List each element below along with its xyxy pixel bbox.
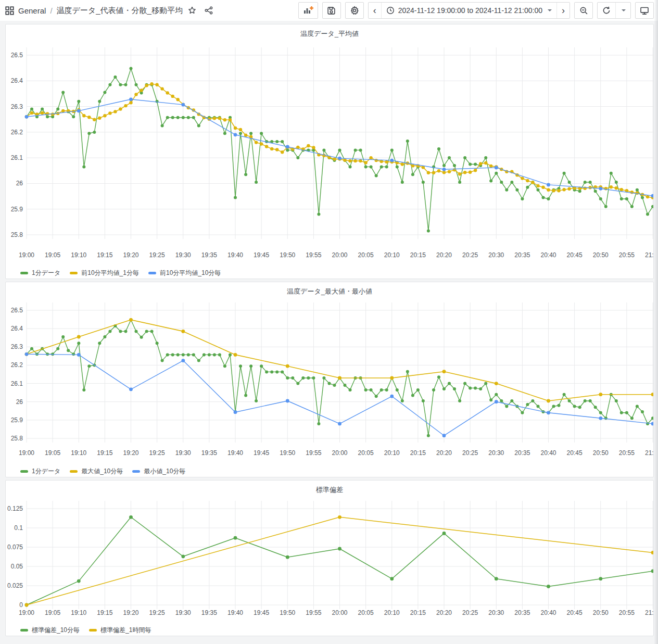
data-point[interactable]: [578, 406, 581, 409]
data-point[interactable]: [213, 117, 216, 120]
data-point[interactable]: [448, 382, 451, 385]
data-point[interactable]: [338, 376, 341, 380]
data-point[interactable]: [108, 111, 111, 115]
data-point[interactable]: [385, 388, 388, 392]
data-point[interactable]: [67, 349, 70, 352]
data-point[interactable]: [537, 405, 540, 408]
data-point[interactable]: [641, 196, 644, 199]
data-point[interactable]: [87, 116, 91, 119]
data-point[interactable]: [495, 172, 498, 175]
data-point[interactable]: [328, 382, 331, 385]
data-point[interactable]: [636, 405, 639, 408]
data-point[interactable]: [322, 148, 325, 151]
data-point[interactable]: [442, 532, 446, 535]
data-point[interactable]: [500, 399, 503, 402]
data-point[interactable]: [296, 382, 299, 385]
data-point[interactable]: [401, 181, 404, 184]
data-point[interactable]: [234, 353, 237, 357]
data-point[interactable]: [521, 176, 524, 180]
data-point[interactable]: [526, 186, 529, 189]
data-point[interactable]: [411, 164, 414, 167]
data-point[interactable]: [427, 171, 430, 174]
series-前10分平均値_1分毎[interactable]: [25, 82, 653, 199]
data-point[interactable]: [208, 353, 211, 356]
data-point[interactable]: [510, 399, 513, 402]
data-point[interactable]: [599, 197, 602, 200]
data-point[interactable]: [552, 405, 555, 408]
zoom-out-button[interactable]: [574, 2, 593, 19]
data-point[interactable]: [223, 364, 226, 368]
data-point[interactable]: [474, 169, 477, 172]
data-point[interactable]: [521, 197, 524, 200]
data-point[interactable]: [620, 197, 623, 200]
data-point[interactable]: [437, 375, 440, 378]
data-point[interactable]: [56, 108, 59, 111]
data-point[interactable]: [500, 181, 503, 184]
data-point[interactable]: [547, 399, 550, 403]
data-point[interactable]: [181, 359, 185, 362]
data-point[interactable]: [30, 347, 33, 350]
data-point[interactable]: [437, 169, 440, 172]
data-point[interactable]: [72, 115, 75, 118]
data-point[interactable]: [197, 124, 200, 128]
data-point[interactable]: [474, 386, 477, 389]
grid-icon[interactable]: [5, 6, 14, 15]
data-point[interactable]: [108, 83, 111, 86]
data-point[interactable]: [630, 416, 634, 420]
data-point[interactable]: [558, 404, 561, 407]
data-point[interactable]: [651, 570, 653, 573]
data-point[interactable]: [87, 364, 91, 368]
data-point[interactable]: [531, 399, 534, 402]
data-point[interactable]: [338, 515, 341, 519]
data-point[interactable]: [176, 98, 180, 101]
data-point[interactable]: [176, 116, 180, 119]
data-point[interactable]: [646, 422, 649, 425]
data-point[interactable]: [359, 159, 362, 162]
data-point[interactable]: [651, 422, 653, 426]
data-point[interactable]: [338, 547, 341, 551]
data-point[interactable]: [567, 187, 571, 191]
data-point[interactable]: [244, 134, 247, 137]
data-point[interactable]: [463, 171, 466, 174]
data-point[interactable]: [77, 335, 81, 339]
scrollbar[interactable]: [654, 0, 658, 644]
data-point[interactable]: [166, 353, 169, 356]
data-point[interactable]: [182, 353, 185, 356]
data-point[interactable]: [281, 150, 284, 154]
data-point[interactable]: [192, 353, 195, 356]
data-point[interactable]: [41, 108, 44, 111]
data-point[interactable]: [275, 148, 279, 151]
data-point[interactable]: [479, 387, 482, 390]
data-point[interactable]: [610, 172, 613, 175]
data-point[interactable]: [432, 388, 435, 392]
data-point[interactable]: [77, 109, 81, 113]
data-point[interactable]: [489, 180, 492, 183]
data-point[interactable]: [463, 156, 466, 159]
data-point[interactable]: [203, 353, 206, 356]
data-point[interactable]: [234, 410, 237, 414]
refresh-interval-button[interactable]: [615, 3, 630, 18]
data-point[interactable]: [270, 147, 273, 150]
data-point[interactable]: [213, 353, 216, 356]
data-point[interactable]: [406, 140, 409, 143]
data-point[interactable]: [119, 330, 122, 333]
data-point[interactable]: [291, 376, 294, 380]
data-point[interactable]: [495, 382, 498, 385]
data-point[interactable]: [458, 172, 461, 175]
data-point[interactable]: [442, 387, 446, 390]
data-point[interactable]: [176, 353, 180, 356]
data-point[interactable]: [584, 181, 587, 184]
data-point[interactable]: [181, 330, 185, 333]
data-point[interactable]: [124, 83, 128, 86]
chart-canvas[interactable]: 19:0019:0519:1019:1519:2019:2519:3019:35…: [6, 39, 653, 264]
data-point[interactable]: [610, 185, 613, 188]
data-point[interactable]: [77, 342, 80, 345]
data-point[interactable]: [98, 342, 101, 345]
data-point[interactable]: [562, 188, 565, 191]
data-point[interactable]: [364, 388, 368, 392]
data-point[interactable]: [275, 140, 279, 143]
refresh-button[interactable]: [598, 3, 615, 18]
data-point[interactable]: [265, 370, 268, 373]
data-point[interactable]: [192, 116, 195, 119]
data-point[interactable]: [370, 165, 373, 168]
